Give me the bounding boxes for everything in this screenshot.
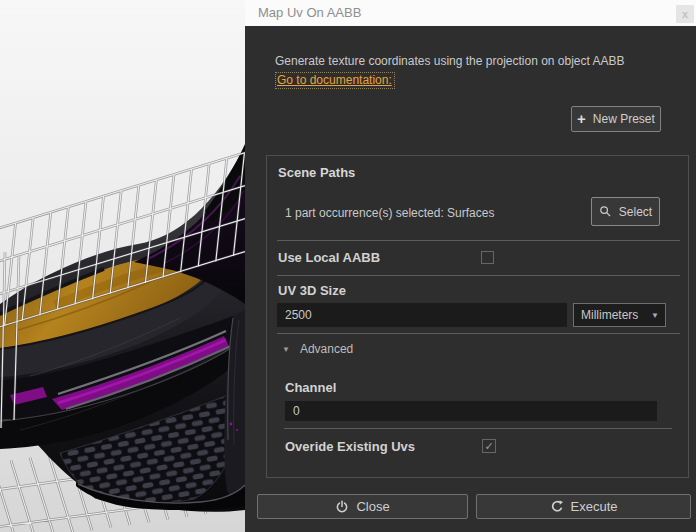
dialog-title: Map Uv On AABB [258,0,361,26]
unit-selected-value: Millimeters [581,308,638,322]
dialog-close-button[interactable]: x [676,5,694,23]
advanced-label: Advanced [300,342,353,356]
override-existing-uvs-label: Overide Existing Uvs [285,439,415,454]
refresh-icon [550,500,564,514]
new-preset-label: New Preset [593,112,655,126]
execute-label: Execute [571,499,618,514]
separator [284,428,672,429]
scene-paths-title: Scene Paths [278,165,355,180]
selection-text: 1 part occurrence(s) selected: Surfaces [285,206,494,220]
power-icon [335,500,349,514]
use-local-aabb-label: Use Local AABB [278,250,380,265]
dialog-body: Generate texture coordinates using the p… [245,26,696,532]
triangle-down-icon: ▼ [282,345,290,354]
close-button[interactable]: Close [257,494,468,519]
separator [277,333,680,334]
close-icon: x [682,8,688,20]
close-label: Close [356,499,389,514]
documentation-link[interactable]: Go to documentation: [275,72,395,89]
separator [277,275,680,276]
select-label: Select [619,205,652,219]
dialog-titlebar[interactable]: Map Uv On AABB x [245,0,696,26]
execute-button[interactable]: Execute [476,494,691,519]
plus-icon: + [577,110,586,127]
map-uv-dialog: Map Uv On AABB x Generate texture coordi… [245,0,696,532]
advanced-toggle[interactable]: ▼ Advanced [282,342,353,356]
checkbox-checked-icon: ✓ [484,440,493,453]
viewport-canvas [0,0,245,532]
channel-label: Channel [285,380,336,395]
select-button[interactable]: Select [591,197,660,226]
app-window: Map Uv On AABB x Generate texture coordi… [0,0,696,532]
channel-input[interactable] [285,401,657,421]
separator [277,240,680,241]
unit-dropdown[interactable]: Millimeters ▼ [573,303,666,327]
new-preset-button[interactable]: + New Preset [571,106,661,132]
search-icon [599,205,612,218]
parameters-group: Scene Paths 1 part occurrence(s) selecte… [266,155,689,478]
uv-3d-size-label: UV 3D Size [278,283,346,298]
chevron-down-icon: ▼ [651,311,659,320]
uv-3d-size-input[interactable] [277,303,567,327]
viewport-3d[interactable] [0,0,245,532]
use-local-aabb-checkbox[interactable] [481,251,494,264]
override-existing-uvs-checkbox[interactable]: ✓ [482,439,496,453]
dialog-description: Generate texture coordinates using the p… [275,54,625,68]
